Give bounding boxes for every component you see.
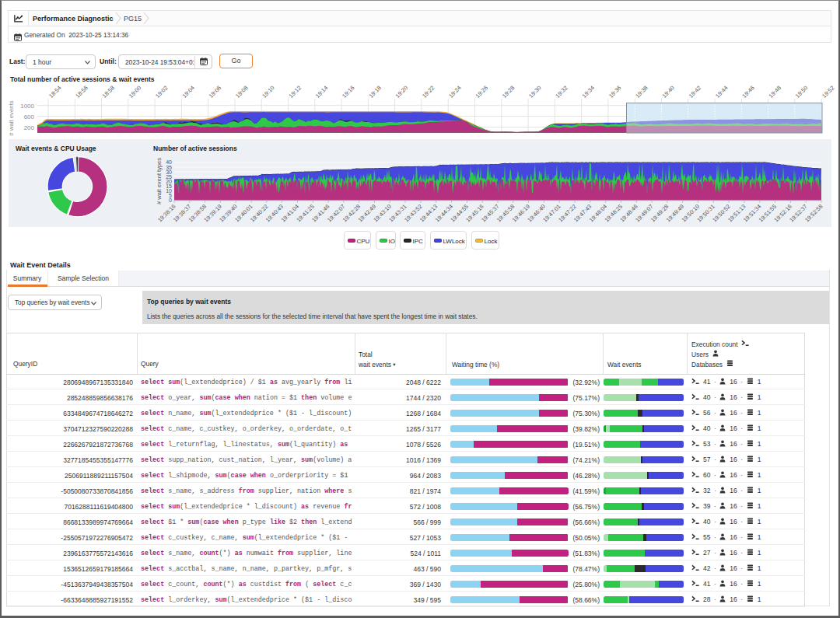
svg-text:0: 0 bbox=[169, 197, 172, 203]
svg-text:35: 35 bbox=[166, 165, 172, 170]
svg-text:10: 10 bbox=[166, 188, 172, 194]
svg-text:40: 40 bbox=[166, 159, 172, 165]
svg-text:5: 5 bbox=[169, 193, 172, 198]
svg-text:30: 30 bbox=[166, 169, 172, 175]
svg-text:25: 25 bbox=[166, 174, 172, 180]
svg-text:20: 20 bbox=[166, 179, 172, 184]
svg-text:15: 15 bbox=[166, 183, 172, 189]
svg-text:# wait event types: # wait event types bbox=[156, 158, 163, 204]
